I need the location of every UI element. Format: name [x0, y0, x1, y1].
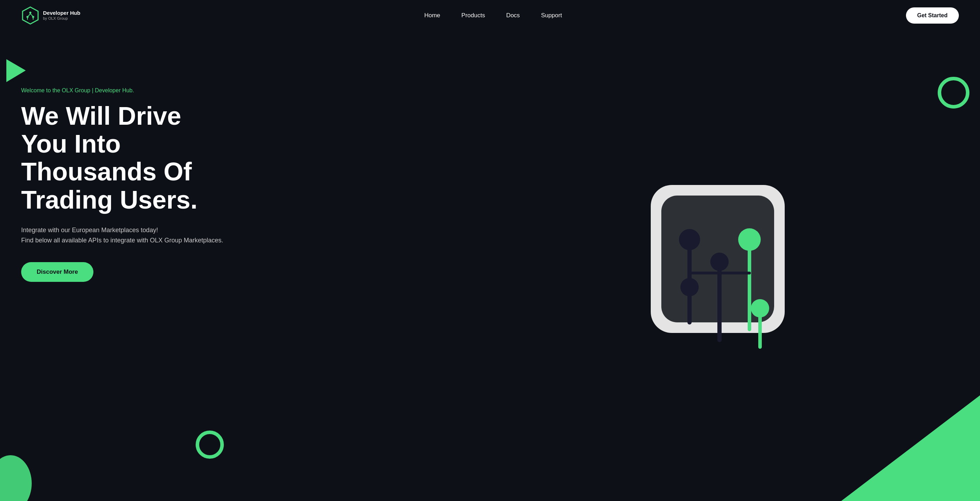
hero-illustration	[448, 31, 980, 501]
nav-links: Home Products Docs Support	[424, 12, 562, 19]
logo-text: Developer Hub by OLX Group	[43, 10, 80, 21]
svg-marker-0	[22, 7, 38, 24]
svg-line-5	[30, 14, 33, 16]
hero-title: We Will Drive You Into Thousands Of Trad…	[21, 102, 233, 214]
get-started-button[interactable]: Get Started	[906, 7, 959, 24]
svg-point-12	[679, 229, 700, 250]
navbar: Developer Hub by OLX Group Home Products…	[0, 0, 980, 31]
nav-item-home[interactable]: Home	[424, 12, 440, 19]
svg-point-1	[29, 12, 31, 14]
svg-point-18	[751, 299, 769, 317]
logo-title: Developer Hub	[43, 10, 80, 16]
svg-line-4	[28, 14, 30, 16]
hero-description-line2: Find below all available APIs to integra…	[21, 237, 223, 244]
hero-section: Welcome to the OLX Group | Developer Hub…	[0, 31, 980, 501]
nav-item-docs[interactable]: Docs	[506, 12, 520, 19]
hero-content: Welcome to the OLX Group | Developer Hub…	[21, 52, 233, 282]
hero-description-line1: Integrate with our European Marketplaces…	[21, 227, 158, 234]
circle-ring-bottom	[196, 431, 224, 459]
circuit-svg	[630, 174, 806, 358]
logo-subtitle: by OLX Group	[43, 16, 80, 21]
discover-more-button[interactable]: Discover More	[21, 262, 94, 282]
logo-icon	[21, 6, 40, 25]
svg-point-16	[738, 228, 761, 251]
circuit-hex-graphic	[630, 174, 806, 358]
svg-point-15	[710, 253, 729, 271]
svg-point-13	[680, 278, 699, 296]
hero-description: Integrate with our European Marketplaces…	[21, 225, 233, 246]
nav-item-support[interactable]: Support	[541, 12, 562, 19]
hero-tag: Welcome to the OLX Group | Developer Hub…	[21, 87, 233, 94]
logo-link[interactable]: Developer Hub by OLX Group	[21, 6, 80, 25]
blob-bottom-left	[0, 455, 32, 501]
nav-item-products[interactable]: Products	[461, 12, 485, 19]
